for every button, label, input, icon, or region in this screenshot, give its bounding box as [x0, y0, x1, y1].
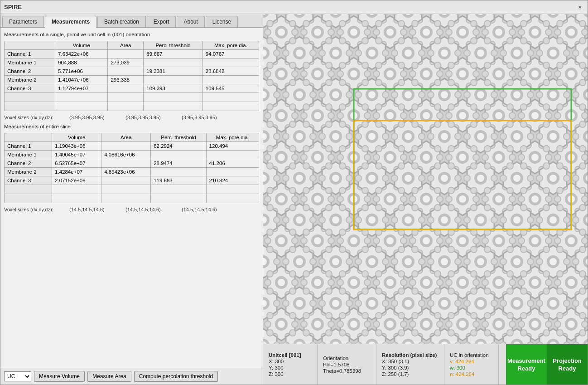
- voxel-slice-row: Voxel sizes (dx,dy,dz): (14.5,14.5,14.6)…: [4, 206, 259, 213]
- col-header-volume: Volume: [55, 41, 108, 50]
- voxel-slice-val3: (14.5,14.5,14.6): [182, 207, 236, 212]
- table-row: Channel 25.771e+0619.338123.6842: [5, 67, 259, 76]
- resolution-x: X: 350 (3.1): [382, 359, 439, 364]
- primitive-table: Volume Area Perc. threshold Max. pore di…: [4, 41, 259, 111]
- voxel-primitive-row: Voxel sizes (dx,dy,dz): (3.95,3.95,3.95)…: [4, 114, 259, 121]
- table-row: [5, 93, 259, 102]
- table-row: [5, 194, 259, 203]
- svg-rect-21: [263, 14, 588, 344]
- voxel-slice-val1: (14.5,14.5,14.6): [69, 207, 124, 212]
- slice-col-maxpore: Max. pore dia.: [206, 133, 259, 142]
- app-window: SPIRE × Parameters Measurements Batch cr…: [0, 0, 588, 385]
- resolution-label: Resolution (pixel size): [382, 352, 439, 358]
- projection-ready-box: Projection Ready: [547, 344, 588, 385]
- primitive-section-label: Measurements of a single, primitive unit…: [4, 32, 259, 37]
- uc-n-value: n: 424.264: [450, 371, 493, 377]
- bottom-bar: Unitcell [001] X: 300 Y: 300 Z: 300 Orie…: [263, 344, 588, 385]
- voxel-primitive-val2: (3.95,3.95,3.95): [125, 115, 180, 120]
- left-panel: Parameters Measurements Batch creation E…: [0, 14, 263, 385]
- unitcell-y: Y: 300: [269, 365, 312, 370]
- tab-parameters[interactable]: Parameters: [2, 16, 44, 27]
- panel-body: Measurements of a single, primitive unit…: [0, 28, 263, 368]
- voxel-slice-label: Voxel sizes (dx,dy,dz):: [4, 207, 67, 212]
- voxel-slice-val2: (14.5,14.5,14.6): [125, 207, 180, 212]
- compute-percolation-button[interactable]: Compute percolation threshold: [134, 371, 218, 382]
- table-row: Channel 32.07152e+08119.683210.824: [5, 176, 259, 185]
- measure-volume-button[interactable]: Measure Volume: [34, 371, 85, 382]
- tab-batch[interactable]: Batch creation: [97, 16, 146, 27]
- resolution-info: Resolution (pixel size) X: 350 (3.1) Y: …: [376, 344, 444, 385]
- col-header-area: Area: [108, 41, 144, 50]
- membrane-visualization: [263, 14, 588, 344]
- col-header-maxpore: Max. pore dia.: [202, 41, 259, 50]
- measure-area-button[interactable]: Measure Area: [87, 371, 131, 382]
- unitcell-label: Unitcell [001]: [269, 352, 312, 358]
- slice-col-name: [5, 133, 52, 142]
- tab-about[interactable]: About: [177, 16, 204, 27]
- main-content: Parameters Measurements Batch creation E…: [0, 14, 588, 385]
- status-boxes: Measurement Ready Projection Ready: [506, 344, 588, 385]
- tab-measurements[interactable]: Measurements: [45, 16, 96, 28]
- unitcell-x: X: 300: [269, 359, 312, 364]
- table-row: [5, 102, 259, 111]
- table-row: Membrane 21.41047e+06296,335: [5, 76, 259, 84]
- uc-orientation-info: UC in orientation v: 424.264 w: 300 n: 4…: [444, 344, 499, 385]
- table-row: Channel 31.12794e+07109.393109.545: [5, 84, 259, 93]
- uc-w-value: w: 300: [450, 365, 493, 370]
- orientation-label: Orientation: [323, 356, 371, 361]
- unitcell-z: Z: 300: [269, 371, 312, 377]
- uc-v-value: v: 424.264: [450, 359, 493, 364]
- voxel-primitive-val3: (3.95,3.95,3.95): [182, 115, 236, 120]
- slice-section-label: Measurements of entire slice: [4, 124, 259, 129]
- title-bar: SPIRE ×: [0, 0, 588, 14]
- measurement-line2: Ready: [517, 365, 535, 372]
- phi-label: Phi=1.5708: [323, 362, 371, 367]
- tab-export[interactable]: Export: [147, 16, 176, 27]
- table-row: Membrane 11.40045e+074.08616e+06: [5, 151, 259, 159]
- col-header-name: [5, 41, 55, 50]
- measurement-ready-box: Measurement Ready: [506, 344, 547, 385]
- uc-dropdown[interactable]: UC: [4, 371, 31, 381]
- right-panel: Unitcell [001] X: 300 Y: 300 Z: 300 Orie…: [263, 14, 588, 385]
- image-area: [263, 14, 588, 344]
- table-row: Membrane 1904,888273,039: [5, 58, 259, 67]
- resolution-y: Y: 300 (3.9): [382, 365, 439, 370]
- uc-orientation-label: UC in orientation: [450, 352, 493, 358]
- slice-col-volume: Volume: [52, 133, 101, 142]
- table-row: Membrane 21.4284e+074.89423e+06: [5, 168, 259, 176]
- col-header-perc: Perc. threshold: [144, 41, 203, 50]
- projection-line1: Projection: [553, 357, 582, 364]
- slice-table: Volume Area Perc. threshold Max. pore di…: [4, 133, 259, 203]
- unitcell-info: Unitcell [001] X: 300 Y: 300 Z: 300: [263, 344, 318, 385]
- orientation-info: Orientation Phi=1.5708 Theta=0.785398: [318, 344, 376, 385]
- bottom-controls: UC Measure Volume Measure Area Compute p…: [0, 368, 263, 385]
- tab-license[interactable]: License: [206, 16, 238, 27]
- tab-bar: Parameters Measurements Batch creation E…: [0, 14, 263, 28]
- projection-line2: Ready: [558, 365, 576, 372]
- resolution-z: Z: 250 (1.7): [382, 371, 439, 377]
- table-row: Channel 26.52765e+0728.947441.206: [5, 159, 259, 168]
- slice-col-perc: Perc. threshold: [151, 133, 206, 142]
- table-row: Channel 11.19043e+0882.2924120.494: [5, 142, 259, 151]
- table-row: [5, 185, 259, 194]
- measurement-line1: Measurement: [507, 357, 545, 364]
- voxel-primitive-label: Voxel sizes (dx,dy,dz):: [4, 115, 67, 120]
- slice-col-area: Area: [101, 133, 151, 142]
- theta-label: Theta=0.785398: [323, 368, 371, 374]
- window-title: SPIRE: [4, 4, 22, 10]
- table-row: Channel 17.63422e+0689.66794.0767: [5, 50, 259, 58]
- close-button[interactable]: ×: [576, 3, 584, 11]
- voxel-primitive-val1: (3.95,3.95,3.95): [69, 115, 124, 120]
